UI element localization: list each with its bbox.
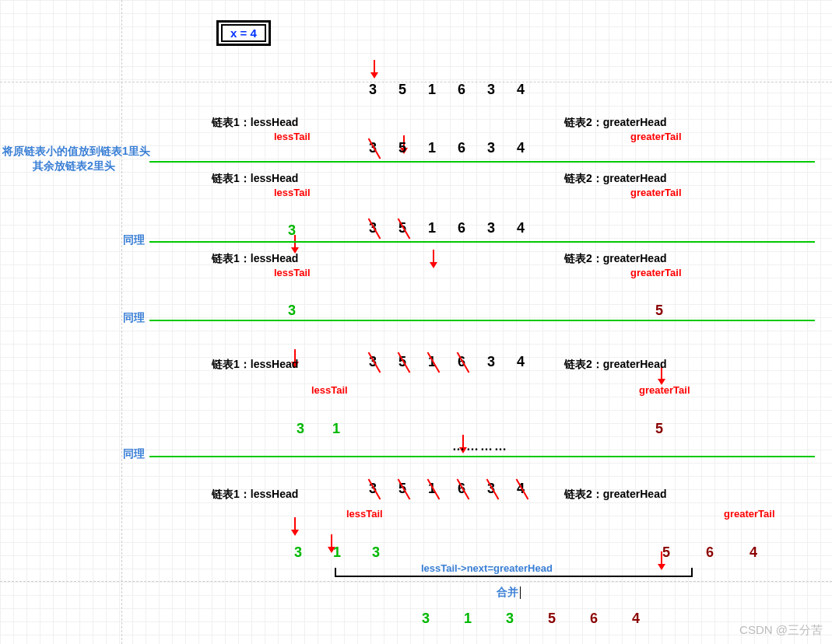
step2-greatertail: greaterTail [630,187,682,198]
step5-list2-label: 链表2：greaterHead [564,488,667,502]
note-line2: 其余放链表2里头 [33,159,115,173]
step5-lesstail: lessTail [346,508,383,520]
same-3: 同理 [123,311,145,325]
step1-list2-label: 链表2：greaterHead [564,116,667,130]
x-value-box: x = 4 [216,20,271,46]
watermark: CSDN @三分苦 [739,623,823,638]
step3-less-val: 3 [288,303,296,319]
step4-lesstail: lessTail [311,384,348,396]
divider-1 [149,161,815,163]
sequence-step5: 351634 [358,481,535,497]
step3-list1-label: 链表1：lessHead [212,252,298,266]
note-line1: 将原链表小的值放到链表1里头 [2,145,150,159]
sequence-original: 351634 [358,82,535,98]
step2-list1-label: 链表1：lessHead [212,172,298,186]
dots: ………… [452,439,508,453]
step4-greatertail: greaterTail [639,384,690,396]
merge-expr: lessTail->next=greaterHead [421,562,553,574]
step3-lesstail: lessTail [274,267,311,278]
divider-3 [149,320,815,321]
step1-greatertail: greaterTail [630,131,682,142]
merged-result: 313564 [405,611,657,627]
step5-greatertail: greaterTail [724,508,775,520]
step5-list1-label: 链表1：lessHead [212,488,298,502]
step5-less: 313 [279,544,395,561]
sequence-step1: 351634 [358,140,535,156]
step4-less: 31 [283,421,354,437]
step2-less-val: 3 [288,222,296,239]
arrow-step4-less0 [294,517,296,534]
step4-greater-val: 5 [655,421,663,437]
sequence-step2: 351634 [358,220,535,236]
step4-list2-label: 链表2：greaterHead [564,358,667,372]
step1-list1-label: 链表1：lessHead [212,116,298,130]
arrow-pointer-0 [374,60,375,77]
x-value-text: x = 4 [221,24,266,42]
sequence-step4: 351634 [358,354,535,370]
step3-list2-label: 链表2：greaterHead [564,252,667,266]
step4-list1-label: 链表1：lessHead [212,358,298,372]
step2-list2-label: 链表2：greaterHead [564,172,667,186]
step5-greater: 564 [644,544,775,561]
step1-lesstail: lessTail [274,131,311,142]
step3-greatertail: greaterTail [630,267,682,278]
merge-bracket [335,576,693,577]
step3-greater-val: 5 [655,303,663,319]
arrow-step2 [433,250,434,267]
step2-lesstail: lessTail [274,187,311,198]
divider-4 [149,456,815,457]
same-2: 同理 [123,233,145,247]
merge-label: 合并 [497,586,521,600]
diagram-canvas: x = 4 351634 将原链表小的值放到链表1里头 其余放链表2里头 链表1… [0,0,832,644]
same-4: 同理 [123,447,145,461]
divider-2 [149,241,815,243]
